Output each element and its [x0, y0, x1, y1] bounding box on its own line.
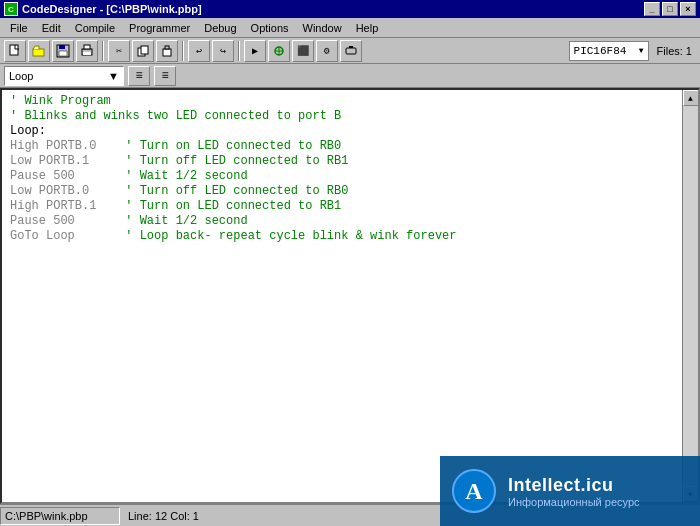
code-line-8: High PORTB.1 ' Turn on LED connected to … — [10, 199, 341, 213]
maximize-button[interactable]: □ — [662, 2, 678, 16]
menu-debug[interactable]: Debug — [198, 20, 242, 36]
code-line-6: Pause 500 ' Wait 1/2 second — [10, 169, 248, 183]
scrollbar-vertical[interactable]: ▲ ▼ — [682, 90, 698, 502]
code-line-3: Loop: — [10, 124, 46, 138]
code-line-2: ' Blinks and winks two LED connected to … — [10, 109, 341, 123]
scope-btn-2[interactable]: ≡ — [154, 66, 176, 86]
open-button[interactable] — [28, 40, 50, 62]
cut-button[interactable]: ✂ — [108, 40, 130, 62]
editor-content[interactable]: ' Wink Program ' Blinks and winks two LE… — [2, 90, 682, 502]
code-line-7: Low PORTB.0 ' Turn off LED connected to … — [10, 184, 348, 198]
code-line-4: High PORTB.0 ' Turn on LED connected to … — [10, 139, 341, 153]
print-button[interactable] — [76, 40, 98, 62]
svg-rect-15 — [346, 48, 356, 54]
title-bar-text: CodeDesigner - [C:\PBP\wink.pbp] — [22, 3, 202, 15]
dropdown-arrow-icon: ▼ — [639, 46, 644, 55]
code-line-5: Low PORTB.1 ' Turn off LED connected to … — [10, 154, 348, 168]
watermark-text: Intellect.icu Информационный ресурс — [508, 475, 640, 508]
title-bar: C CodeDesigner - [C:\PBP\wink.pbp] _ □ × — [0, 0, 700, 18]
editor-container: ' Wink Program ' Blinks and winks two LE… — [0, 88, 700, 504]
svg-rect-9 — [141, 46, 148, 54]
scope-dropdown-arrow-icon: ▼ — [108, 70, 119, 82]
toolbar-sep-1 — [102, 41, 104, 61]
debug-button[interactable] — [268, 40, 290, 62]
watermark-title: Intellect.icu — [508, 475, 640, 496]
watermark-subtitle: Информационный ресурс — [508, 496, 640, 508]
status-position: Line: 12 Col: 1 — [120, 510, 207, 522]
files-label: Files: 1 — [653, 45, 696, 57]
watermark-overlay: A Intellect.icu Информационный ресурс — [440, 456, 700, 526]
menu-options[interactable]: Options — [245, 20, 295, 36]
svg-rect-7 — [83, 52, 91, 55]
toolbar-sep-3 — [238, 41, 240, 61]
menu-file[interactable]: File — [4, 20, 34, 36]
save-button[interactable] — [52, 40, 74, 62]
menu-help[interactable]: Help — [350, 20, 385, 36]
paste-button[interactable] — [156, 40, 178, 62]
toolbar-right: PIC16F84 ▼ Files: 1 — [569, 41, 696, 61]
svg-rect-4 — [59, 51, 67, 56]
menu-edit[interactable]: Edit — [36, 20, 67, 36]
minimize-button[interactable]: _ — [644, 2, 660, 16]
app-icon: C — [4, 2, 18, 16]
scope-value: Loop — [9, 70, 33, 82]
compile-button[interactable]: ⚙ — [316, 40, 338, 62]
watermark-logo: A — [452, 469, 496, 513]
status-file-path: C:\PBP\wink.pbp — [0, 507, 120, 525]
scope-bar: Loop ▼ ≡ ≡ — [0, 64, 700, 88]
svg-rect-1 — [33, 49, 44, 56]
svg-rect-11 — [165, 46, 169, 49]
run-button[interactable]: ▶ — [244, 40, 266, 62]
stop-button[interactable]: ⬛ — [292, 40, 314, 62]
title-bar-left: C CodeDesigner - [C:\PBP\wink.pbp] — [4, 2, 202, 16]
prog-button[interactable] — [340, 40, 362, 62]
title-bar-controls[interactable]: _ □ × — [644, 2, 696, 16]
scroll-track[interactable] — [683, 106, 699, 486]
svg-rect-3 — [59, 45, 65, 49]
svg-rect-6 — [84, 45, 90, 49]
redo-button[interactable]: ↪ — [212, 40, 234, 62]
close-button[interactable]: × — [680, 2, 696, 16]
new-button[interactable] — [4, 40, 26, 62]
menu-window[interactable]: Window — [297, 20, 348, 36]
code-line-10: GoTo Loop ' Loop back- repeat cycle blin… — [10, 229, 457, 243]
svg-rect-10 — [163, 49, 171, 56]
svg-rect-16 — [349, 46, 353, 48]
menu-programmer[interactable]: Programmer — [123, 20, 196, 36]
toolbar-sep-2 — [182, 41, 184, 61]
svg-rect-0 — [10, 45, 18, 55]
toolbar: ✂ ↩ ↪ ▶ ⬛ ⚙ PIC16F84 ▼ Files: 1 — [0, 38, 700, 64]
pic-device-dropdown[interactable]: PIC16F84 ▼ — [569, 41, 649, 61]
code-line-9: Pause 500 ' Wait 1/2 second — [10, 214, 248, 228]
scope-dropdown[interactable]: Loop ▼ — [4, 66, 124, 86]
undo-button[interactable]: ↩ — [188, 40, 210, 62]
menu-bar: File Edit Compile Programmer Debug Optio… — [0, 18, 700, 38]
copy-button[interactable] — [132, 40, 154, 62]
code-line-1: ' Wink Program — [10, 94, 111, 108]
scope-btn-1[interactable]: ≡ — [128, 66, 150, 86]
scroll-up-button[interactable]: ▲ — [683, 90, 699, 106]
menu-compile[interactable]: Compile — [69, 20, 121, 36]
